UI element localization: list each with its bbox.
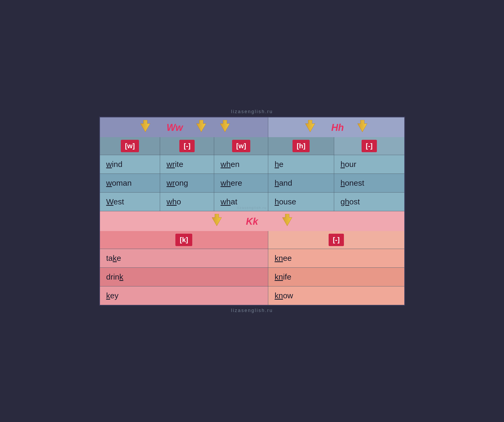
svg-marker-6 xyxy=(282,214,292,226)
word-wind: wind xyxy=(99,155,160,174)
arrow-ww-2 xyxy=(196,120,207,133)
drink-underline: k xyxy=(119,272,123,281)
word-what: what lizasenglish.ru xyxy=(214,192,268,211)
arrow-kk-2 xyxy=(282,214,292,227)
ww-header: Ww xyxy=(99,117,268,137)
word-hour: hour xyxy=(334,155,405,174)
kk-word-row-1: take knee xyxy=(99,249,405,267)
know-underline: kn xyxy=(275,291,283,300)
word-knee: knee xyxy=(268,249,405,267)
phoneme-row-top: [w] [-] [w] [h] [-] xyxy=(99,137,405,155)
word-when: when xyxy=(214,155,268,174)
kk-word-row-2: drink knife xyxy=(99,267,405,286)
ww-phoneme-silent: [-] xyxy=(160,137,214,155)
knee-underline: kn xyxy=(275,254,283,262)
word-knife: knife xyxy=(268,267,405,286)
word-take: take xyxy=(99,249,268,267)
ww-phoneme-w1: [w] xyxy=(99,137,160,155)
word-ghost: ghost xyxy=(334,192,405,211)
what-underline: wh xyxy=(220,197,231,206)
hand-underline: h xyxy=(275,179,279,187)
kk-word-row-3: key know xyxy=(99,286,405,305)
when-underline: wh xyxy=(220,160,231,169)
word-write: write xyxy=(160,155,214,174)
kk-phoneme-k: [k] xyxy=(99,231,268,249)
word-key: key xyxy=(99,286,268,305)
word-wrong: wrong xyxy=(160,174,214,192)
ghost-underline: gh xyxy=(340,197,349,206)
woman-underline: w xyxy=(106,179,112,187)
word-know: know xyxy=(268,286,405,305)
top-word-row-2: woman wrong where hand honest xyxy=(99,174,405,192)
svg-marker-1 xyxy=(196,120,206,132)
hh-phoneme-h: [h] xyxy=(268,137,334,155)
where-underline: wh xyxy=(220,179,231,187)
word-woman: woman xyxy=(99,174,160,192)
ww-phoneme-w2: [w] xyxy=(214,137,268,155)
svg-marker-2 xyxy=(220,120,230,132)
west-underline: W xyxy=(106,197,114,206)
svg-marker-4 xyxy=(358,120,367,132)
watermark-top: lizasenglish.ru xyxy=(99,107,405,117)
badge-silent-ww: [-] xyxy=(179,140,195,152)
who-underline: wh xyxy=(166,197,176,206)
word-he: he xyxy=(268,155,334,174)
take-underline: k xyxy=(113,254,117,262)
outer-container: lizasenglish.ru xyxy=(94,102,410,321)
word-hand: hand xyxy=(268,174,334,192)
word-drink: drink xyxy=(99,267,268,286)
he-underline: h xyxy=(275,160,279,169)
hh-arrows: Hh xyxy=(270,120,403,135)
write-underline: wr xyxy=(166,160,175,169)
hour-underline: h xyxy=(340,160,345,169)
key-underline: k xyxy=(106,291,110,300)
main-table: Ww Hh xyxy=(99,117,405,306)
section-header-row: Ww Hh xyxy=(99,117,405,137)
badge-silent-kk: [-] xyxy=(329,234,344,246)
word-west: West xyxy=(99,192,160,211)
kk-arrows: Kk xyxy=(101,214,403,228)
svg-marker-0 xyxy=(141,120,150,132)
knife-underline: kn xyxy=(275,272,283,281)
ww-arrows: Ww xyxy=(101,120,267,135)
arrow-ww-3 xyxy=(220,120,230,133)
ww-title: Ww xyxy=(164,122,185,133)
word-honest: honest xyxy=(334,174,405,192)
kk-header: Kk xyxy=(99,211,405,231)
badge-h: [h] xyxy=(292,140,310,152)
kk-phoneme-silent: [-] xyxy=(268,231,405,249)
badge-k: [k] xyxy=(175,234,192,246)
phoneme-row-kk: [k] [-] xyxy=(99,231,405,249)
house-underline: h xyxy=(275,197,279,206)
svg-marker-3 xyxy=(305,120,315,132)
badge-w2: [w] xyxy=(232,140,251,152)
mid-watermark: lizasenglish.ru xyxy=(237,206,267,210)
word-house: house xyxy=(268,192,334,211)
arrow-hh-1 xyxy=(305,120,315,133)
wrong-underline: wr xyxy=(166,179,175,187)
arrow-ww-1 xyxy=(140,120,151,133)
kk-section-header-row: Kk xyxy=(99,211,405,231)
watermark-bottom: lizasenglish.ru xyxy=(99,306,405,315)
wind-underline: w xyxy=(106,160,112,169)
top-word-row-3: West who what lizasenglish.ru house ghos… xyxy=(99,192,405,211)
word-who: who xyxy=(160,192,214,211)
badge-w: [w] xyxy=(121,140,139,152)
badge-silent-hh: [-] xyxy=(362,140,377,152)
kk-title: Kk xyxy=(243,216,261,227)
hh-title: Hh xyxy=(329,122,347,133)
hh-header: Hh xyxy=(268,117,405,137)
hh-phoneme-silent: [-] xyxy=(334,137,405,155)
svg-marker-5 xyxy=(212,214,222,226)
top-word-row-1: wind write when he hour xyxy=(99,155,405,174)
honest-underline: h xyxy=(340,179,345,187)
arrow-hh-2 xyxy=(357,120,368,133)
arrow-kk-1 xyxy=(212,214,222,227)
word-where: where xyxy=(214,174,268,192)
